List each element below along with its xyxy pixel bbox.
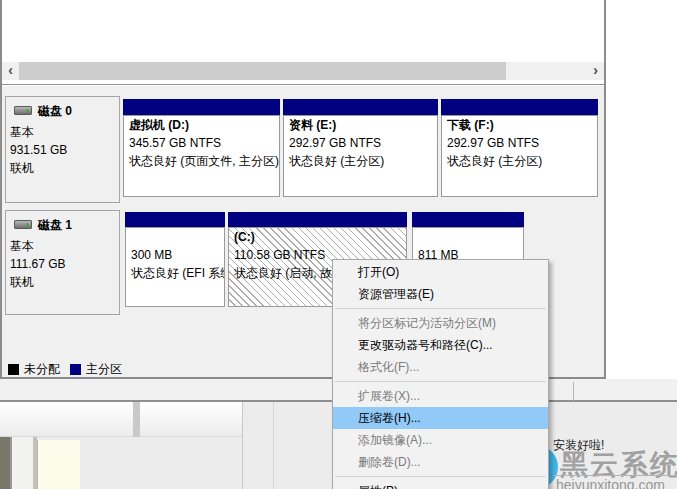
background-divider-5 bbox=[573, 382, 574, 401]
disk-detail: 联机 bbox=[10, 273, 34, 291]
disk-detail: 111.67 GB bbox=[10, 255, 66, 273]
disk-info-cell[interactable]: 磁盘 1基本111.67 GB联机 bbox=[5, 210, 120, 315]
partition-text: 300 MB bbox=[126, 246, 224, 264]
disk-icon bbox=[14, 220, 32, 229]
partition-color-bar bbox=[283, 99, 438, 115]
legend-label: 未分配 bbox=[24, 361, 60, 378]
partition-text: 状态良好 (页面文件, 主分区) bbox=[124, 152, 279, 170]
disk-detail: 基本 bbox=[10, 237, 34, 255]
menu-item[interactable]: 更改驱动器号和路径(C)... bbox=[333, 334, 548, 356]
background-divider-4 bbox=[273, 402, 274, 489]
partition-block[interactable]: 下载 (F:)292.97 GB NTFS状态良好 (主分区) bbox=[441, 115, 598, 197]
menu-item[interactable]: 打开(O) bbox=[333, 261, 548, 283]
partition-text bbox=[413, 228, 523, 246]
legend-color-swatch bbox=[70, 364, 81, 375]
disk-name: 磁盘 0 bbox=[38, 103, 72, 120]
partition-text: 状态良好 (主分区) bbox=[442, 152, 597, 170]
background-divider-3 bbox=[242, 402, 243, 489]
scroll-left-arrow-icon[interactable]: ‹ bbox=[2, 62, 19, 80]
menu-item: 添加镜像(A)... bbox=[333, 429, 548, 451]
disk-detail: 基本 bbox=[10, 123, 34, 141]
partition-color-bar bbox=[125, 212, 225, 227]
volume-list-pane[interactable] bbox=[2, 0, 604, 62]
menu-item[interactable]: 压缩卷(H)... bbox=[333, 407, 548, 429]
background-panel-yellow bbox=[37, 440, 80, 489]
watermark-url: heiyunxitong.com bbox=[556, 477, 665, 489]
partition-text bbox=[126, 228, 224, 246]
legend-item: 未分配 bbox=[8, 361, 60, 378]
partition-color-bar bbox=[123, 99, 280, 115]
disk-name: 磁盘 1 bbox=[38, 217, 72, 234]
context-menu: 打开(O)资源管理器(E)将分区标记为活动分区(M)更改驱动器号和路径(C)..… bbox=[332, 259, 549, 489]
legend: 未分配主分区 bbox=[8, 361, 132, 375]
menu-item: 删除卷(D)... bbox=[333, 451, 548, 473]
menu-separator bbox=[335, 308, 546, 309]
partition-color-bar bbox=[412, 212, 524, 227]
menu-item[interactable]: 属性(P) bbox=[333, 480, 548, 489]
legend-item: 主分区 bbox=[70, 361, 122, 378]
partition-block[interactable]: 资料 (E:)292.97 GB NTFS状态良好 (主分区) bbox=[283, 115, 438, 197]
scroll-right-arrow-icon[interactable]: › bbox=[587, 62, 604, 80]
partition-color-bar bbox=[228, 212, 407, 227]
installer-toast-text: 安装好啦! bbox=[553, 437, 604, 454]
partition-text: (C:) bbox=[229, 228, 406, 246]
menu-item: 将分区标记为活动分区(M) bbox=[333, 312, 548, 334]
scrollbar-thumb[interactable] bbox=[19, 62, 506, 80]
legend-color-swatch bbox=[8, 364, 19, 375]
partition-block[interactable]: 虚拟机 (D:)345.57 GB NTFS状态良好 (页面文件, 主分区) bbox=[123, 115, 280, 197]
watermark-divider bbox=[553, 475, 677, 476]
menu-item[interactable]: 资源管理器(E) bbox=[333, 283, 548, 305]
background-panel-white bbox=[12, 437, 33, 489]
partition-color-bar bbox=[441, 99, 598, 115]
desktop-texture bbox=[0, 437, 10, 489]
menu-separator bbox=[335, 476, 546, 477]
partition-text: 345.57 GB NTFS bbox=[124, 134, 279, 152]
disk-info-cell[interactable]: 磁盘 0基本931.51 GB联机 bbox=[5, 96, 120, 203]
menu-item: 扩展卷(X)... bbox=[333, 385, 548, 407]
menu-item: 格式化(F)... bbox=[333, 356, 548, 378]
background-toolbar-left bbox=[0, 402, 133, 437]
partition-text: 状态良好 (EFI 系统分区) bbox=[126, 264, 224, 282]
screenshot-stage: ‹ › 磁盘 0基本931.51 GB联机虚拟机 (D:)345.57 GB N… bbox=[0, 0, 677, 489]
partition-text: 资料 (E:) bbox=[284, 116, 437, 134]
partition-text: 下载 (F:) bbox=[442, 116, 597, 134]
outer-white-area bbox=[606, 0, 677, 379]
partition-text: 292.97 GB NTFS bbox=[442, 134, 597, 152]
partition-text: 虚拟机 (D:) bbox=[124, 116, 279, 134]
background-toolbar-right bbox=[140, 402, 242, 437]
partition-block[interactable]: 300 MB状态良好 (EFI 系统分区) bbox=[125, 227, 225, 307]
menu-separator bbox=[335, 381, 546, 382]
partition-text: 状态良好 (主分区) bbox=[284, 152, 437, 170]
disk-detail: 联机 bbox=[10, 159, 34, 177]
disk-icon bbox=[14, 106, 32, 115]
disk-detail: 931.51 GB bbox=[10, 141, 67, 159]
background-toolbar-divider bbox=[133, 402, 140, 437]
partition-text: 292.97 GB NTFS bbox=[284, 134, 437, 152]
legend-label: 主分区 bbox=[86, 361, 122, 378]
